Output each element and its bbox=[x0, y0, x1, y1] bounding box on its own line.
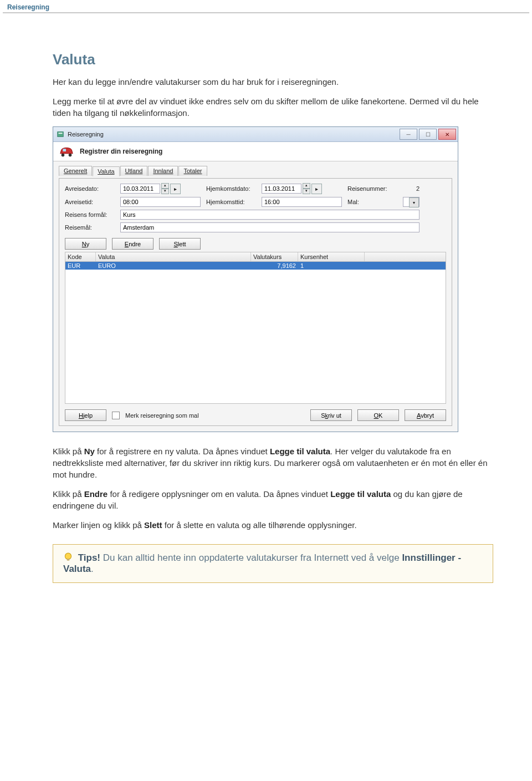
grid-header-row: Kode Valuta Valutakurs Kursenhet bbox=[65, 252, 446, 261]
paragraph-slett: Marker linjen og klikk på Slett for å sl… bbox=[53, 519, 493, 531]
col-kode[interactable]: Kode bbox=[65, 252, 96, 261]
hjemkomstdato-input[interactable] bbox=[262, 184, 301, 194]
mal-checkbox[interactable] bbox=[112, 412, 120, 419]
car-icon bbox=[59, 145, 74, 158]
svg-rect-6 bbox=[67, 559, 70, 560]
tip-box: Tips! Du kan alltid hente inn oppdaterte… bbox=[53, 544, 493, 583]
paragraph-ny: Klikk på Ny for å registrere en ny valut… bbox=[53, 445, 493, 480]
svg-point-5 bbox=[65, 553, 71, 559]
grid-body[interactable]: EUR EURO 7,9162 1 bbox=[65, 261, 446, 404]
tab-utland[interactable]: Utland bbox=[120, 166, 148, 176]
maximize-button[interactable]: ☐ bbox=[419, 129, 437, 140]
hjemkomstdato-label: Hjemkomstdato: bbox=[206, 185, 256, 192]
avreisetid-input[interactable] bbox=[120, 197, 201, 207]
reisenummer-value: 2 bbox=[403, 185, 420, 192]
svg-rect-1 bbox=[59, 133, 63, 134]
cell-enhet: 1 bbox=[298, 262, 365, 270]
tab-panel: Avreisedato: ▴▾ ▸ Hjemkomstdato: ▴▾ ▸ Re… bbox=[59, 178, 452, 426]
intro-paragraph-2: Legg merke til at øvre del av vinduet ik… bbox=[53, 95, 493, 119]
svg-rect-0 bbox=[58, 132, 64, 137]
calendar-icon[interactable]: ▸ bbox=[170, 184, 181, 194]
window-title: Reiseregning bbox=[68, 131, 400, 138]
window-header-title: Registrer din reiseregning bbox=[80, 148, 162, 155]
calendar-icon[interactable]: ▸ bbox=[311, 184, 322, 194]
grid-row[interactable]: EUR EURO 7,9162 1 bbox=[65, 262, 446, 270]
close-button[interactable]: ✕ bbox=[438, 129, 456, 140]
section-title: Valuta bbox=[53, 51, 493, 68]
mal-checkbox-label[interactable]: Merk reiseregning som mal bbox=[125, 412, 199, 419]
cell-kode: EUR bbox=[65, 262, 96, 270]
hjemkomsttid-label: Hjemkomsttid: bbox=[206, 199, 256, 205]
col-valutakurs[interactable]: Valutakurs bbox=[251, 252, 298, 261]
reisemal-input[interactable] bbox=[120, 222, 420, 232]
window-titlebar: Reiseregning ─ ☐ ✕ bbox=[53, 127, 458, 142]
app-window: Reiseregning ─ ☐ ✕ Registrer din reisere… bbox=[53, 126, 458, 432]
ok-button[interactable]: OK bbox=[357, 409, 399, 421]
svg-point-3 bbox=[69, 154, 72, 157]
ny-button[interactable]: Ny bbox=[65, 238, 106, 250]
avbryt-button[interactable]: Avbryt bbox=[405, 409, 446, 421]
tip-text: Du kan alltid hente inn oppdaterte valut… bbox=[100, 552, 402, 563]
hjelp-button[interactable]: Hjelp bbox=[65, 409, 106, 421]
app-icon bbox=[57, 130, 64, 138]
lightbulb-icon bbox=[63, 552, 73, 562]
reisemal-label: Reisemål: bbox=[65, 224, 115, 231]
tab-strip: Generelt Valuta Utland Innland Totaler bbox=[59, 166, 452, 176]
tab-innland[interactable]: Innland bbox=[148, 166, 178, 176]
intro-paragraph-1: Her kan du legge inn/endre valutakurser … bbox=[53, 76, 493, 88]
formal-input[interactable] bbox=[120, 210, 420, 220]
document-header: Reiseregning bbox=[3, 0, 529, 13]
cell-valuta: EURO bbox=[96, 262, 251, 270]
hjemkomsttid-input[interactable] bbox=[262, 197, 342, 207]
paragraph-endre: Klikk på Endre for å redigere opplysning… bbox=[53, 488, 493, 511]
tab-valuta[interactable]: Valuta bbox=[93, 166, 119, 176]
svg-rect-4 bbox=[63, 149, 66, 151]
col-valuta[interactable]: Valuta bbox=[96, 252, 251, 261]
avreisedato-label: Avreisedato: bbox=[65, 185, 115, 192]
reisenummer-label: Reisenummer: bbox=[347, 185, 397, 192]
mal-label: Mal: bbox=[347, 199, 397, 205]
doc-header-title: Reiseregning bbox=[7, 3, 49, 11]
avreisetid-label: Avreisetid: bbox=[65, 199, 115, 205]
window-header: Registrer din reiseregning bbox=[53, 142, 458, 161]
date-spinner[interactable]: ▴▾ bbox=[161, 183, 169, 194]
cell-kurs: 7,9162 bbox=[251, 262, 298, 270]
minimize-button[interactable]: ─ bbox=[400, 129, 417, 140]
col-kursenhet[interactable]: Kursenhet bbox=[298, 252, 365, 261]
tab-generelt[interactable]: Generelt bbox=[59, 166, 92, 176]
date-spinner[interactable]: ▴▾ bbox=[303, 183, 310, 194]
avreisedato-input[interactable] bbox=[120, 184, 160, 194]
skriv-ut-button[interactable]: Skriv ut bbox=[310, 409, 352, 421]
chevron-down-icon[interactable]: ▾ bbox=[409, 197, 419, 207]
tab-totaler[interactable]: Totaler bbox=[178, 166, 207, 176]
formal-label: Reisens formål: bbox=[65, 211, 115, 218]
endre-button[interactable]: Endre bbox=[112, 238, 154, 250]
slett-button[interactable]: Slett bbox=[159, 238, 201, 250]
svg-point-2 bbox=[62, 154, 65, 157]
tip-label: Tips! bbox=[78, 552, 100, 563]
